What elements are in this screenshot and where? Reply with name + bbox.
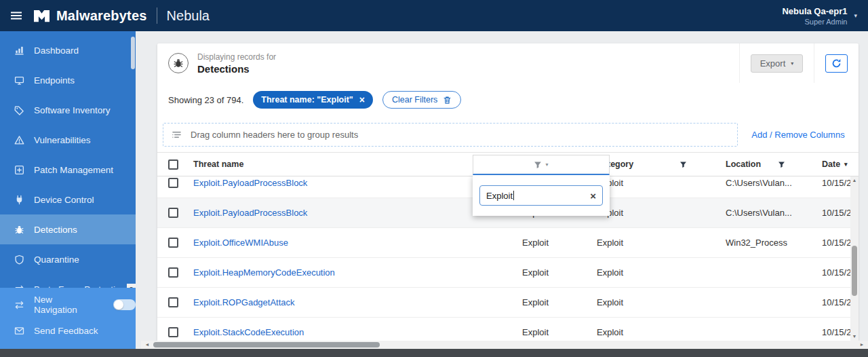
menu-icon[interactable] — [0, 9, 33, 22]
cell-location: C:\Users\Vulan... — [719, 208, 818, 218]
sidebar-item-label: Software Inventory — [34, 105, 111, 115]
sidebar-item-send-feedback[interactable]: Send Feedback — [0, 318, 136, 343]
new-navigation-toggle[interactable] — [113, 299, 136, 310]
sidebar-item-label: Dashboard — [34, 45, 79, 56]
filter-chip[interactable]: Threat name: "Exploit" × — [253, 91, 373, 109]
patch-management-icon — [14, 164, 24, 175]
threat-name-link[interactable]: Exploit.OfficeWMIAbuse — [193, 238, 288, 248]
product-name: Nebula — [167, 8, 210, 24]
threat-name-link[interactable]: Exploit.PayloadProcessBlock — [193, 178, 307, 188]
group-drop-zone[interactable]: Drag column headers here to group result… — [163, 123, 738, 147]
group-icon — [172, 130, 182, 140]
records-eyebrow: Displaying records for — [197, 52, 276, 62]
active-filter-funnel-button[interactable]: ▾ — [473, 155, 610, 175]
sidebar-item-device-control[interactable]: Device Control — [0, 185, 136, 214]
detections-bug-icon — [168, 53, 189, 73]
select-all-checkbox[interactable] — [168, 159, 178, 170]
sidebar-item-vulnerabilities[interactable]: Vulnerabilities — [0, 125, 136, 155]
threat-name-link[interactable]: Exploit.HeapMemoryCodeExecution — [193, 267, 335, 278]
cell-category: Exploit — [591, 178, 719, 188]
threat-name-link[interactable]: Exploit.StackCodeExecution — [193, 327, 304, 337]
envelope-icon — [14, 325, 24, 336]
scroll-up-icon[interactable]: ▲ — [850, 176, 859, 185]
filter-popup-panel: Exploit × — [473, 175, 610, 216]
sidebar-item-patch-management[interactable]: Patch Management — [0, 155, 136, 185]
vulnerabilities-icon — [14, 134, 24, 145]
sidebar-item-software-inventory[interactable]: Software Inventory — [0, 95, 136, 125]
column-header-location[interactable]: Location — [719, 159, 818, 169]
add-remove-columns-link[interactable]: Add / Remove Columns — [738, 130, 859, 140]
account-menu[interactable]: Nebula Qa-epr1 Super Admin ▾ — [782, 6, 868, 26]
vertical-scrollbar-thumb[interactable] — [852, 246, 857, 296]
cell-checkbox — [157, 267, 187, 278]
cell-category: Exploit — [591, 297, 719, 307]
cell-type: Exploit — [516, 297, 591, 307]
column-header-threat-name[interactable]: Threat name — [187, 159, 516, 169]
table-row: Exploit.HeapMemoryCodeExecutionExploitEx… — [157, 258, 859, 288]
export-button[interactable]: Export ▾ — [751, 54, 804, 73]
threat-name-link[interactable]: Exploit.PayloadProcessBlock — [193, 208, 307, 218]
sidebar-item-dashboard[interactable]: Dashboard — [0, 35, 136, 65]
malwarebytes-logo-icon — [33, 8, 50, 24]
header-text: Displaying records for Detections — [197, 52, 276, 75]
scroll-down-icon[interactable]: ▼ — [850, 333, 859, 341]
filter-funnel-icon[interactable] — [778, 161, 785, 168]
clear-input-icon[interactable]: × — [590, 191, 596, 201]
cell-checkbox — [157, 208, 187, 218]
cell-checkbox — [157, 238, 187, 248]
row-checkbox[interactable] — [168, 238, 178, 248]
sidebar-item-quarantine[interactable]: Quarantine — [0, 244, 136, 274]
scroll-left-icon[interactable]: ◄ — [142, 341, 152, 349]
sidebar-item-label: Vulnerabilities — [34, 135, 91, 145]
card-header: Displaying records for Detections Export… — [157, 43, 859, 83]
sidebar-item-label: Detections — [34, 225, 77, 235]
horizontal-scrollbar-thumb[interactable] — [153, 342, 380, 347]
brand-name: Malwarebytes — [56, 8, 147, 24]
row-checkbox[interactable] — [168, 208, 178, 218]
column-filter-popup: ▾ Exploit × — [473, 155, 610, 216]
table-vertical-scrollbar[interactable]: ▲ ▼ — [850, 176, 859, 341]
group-row: Drag column headers here to group result… — [157, 117, 859, 152]
clear-filters-label: Clear Filters — [392, 95, 437, 105]
column-header-category[interactable]: Category — [591, 159, 719, 169]
sidebar-item-new-navigation[interactable]: New Navigation — [0, 292, 136, 318]
quarantine-icon — [14, 254, 24, 265]
row-checkbox[interactable] — [168, 178, 178, 188]
clear-filters-button[interactable]: Clear Filters — [382, 91, 461, 109]
column-header-date[interactable]: Date ▾ — [818, 159, 859, 169]
chevron-down-icon: ▾ — [791, 60, 793, 67]
filter-value-input[interactable]: Exploit × — [479, 185, 603, 206]
software-inventory-icon — [14, 105, 24, 115]
cell-threat-name: Exploit.HeapMemoryCodeExecution — [187, 267, 516, 278]
export-label: Export — [760, 58, 786, 69]
chevron-down-icon: ▾ — [854, 12, 857, 19]
dashboard-icon — [14, 45, 24, 56]
cell-category: Exploit — [591, 267, 719, 278]
filter-funnel-icon[interactable] — [679, 161, 687, 168]
sidebar-footer: New NavigationSend Feedback — [0, 288, 136, 349]
scroll-right-icon[interactable]: ► — [857, 341, 867, 349]
close-icon[interactable]: × — [359, 95, 365, 105]
sidebar-item-detections[interactable]: Detections — [0, 214, 136, 244]
date-header-label: Date — [822, 159, 840, 169]
window-bottom-edge — [0, 349, 868, 357]
account-text: Nebula Qa-epr1 Super Admin — [782, 6, 847, 26]
detections-icon — [14, 224, 24, 235]
filter-row: Showing 23 of 794. Threat name: "Exploit… — [157, 83, 859, 117]
horizontal-scrollbar[interactable]: ◄ ► — [141, 341, 868, 349]
sort-caret-icon: ▾ — [844, 161, 848, 168]
sidebar-item-endpoints[interactable]: Endpoints — [0, 65, 136, 95]
table-row: Exploit.ROPGadgetAttackExploitExploit10/… — [157, 288, 859, 318]
select-all-cell — [157, 159, 187, 170]
cell-threat-name: Exploit.PayloadProcessBlock — [187, 208, 516, 218]
sidebar-scrollbar-thumb[interactable] — [131, 37, 135, 69]
location-header-label: Location — [726, 159, 761, 169]
row-checkbox[interactable] — [168, 267, 178, 278]
filter-input-value: Exploit — [486, 191, 513, 201]
row-checkbox[interactable] — [168, 297, 178, 307]
export-section: Export ▾ — [739, 43, 814, 83]
threat-name-link[interactable]: Exploit.ROPGadgetAttack — [193, 297, 295, 307]
refresh-button[interactable] — [825, 54, 848, 73]
row-checkbox[interactable] — [168, 327, 178, 337]
cell-threat-name: Exploit.OfficeWMIAbuse — [187, 238, 516, 248]
